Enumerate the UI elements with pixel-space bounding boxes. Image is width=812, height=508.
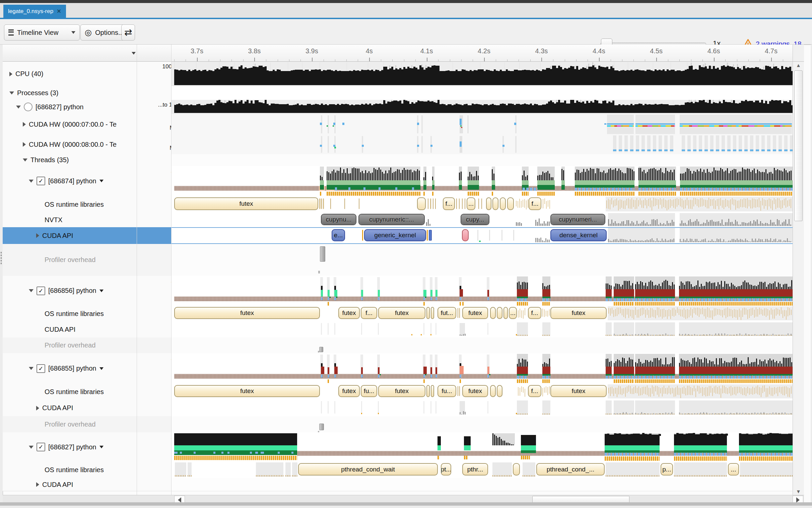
os-event-sliver[interactable]: [459, 198, 460, 209]
os-event-sliver[interactable]: [459, 386, 460, 396]
tree-row--686855-python[interactable]: ✓[686855] python...to 100%: [3, 353, 198, 384]
collapse-icon[interactable]: [29, 367, 34, 370]
vertical-scrollbar[interactable]: ▲ ▼: [793, 62, 804, 495]
tree-row--686874-python[interactable]: ✓[686874] python...to 100%: [3, 166, 198, 196]
collapse-icon[interactable]: [29, 180, 34, 183]
profiler-overhead-bar[interactable]: [319, 347, 323, 352]
os-event-sliver[interactable]: [321, 198, 322, 209]
tree-row--686827-python[interactable]: [686827] python...to 100%: [3, 100, 185, 114]
os-event-bar-futex[interactable]: futex: [550, 307, 607, 319]
timeline-track-processes-3-[interactable]: [172, 86, 793, 100]
os-event-bar-pthr[interactable]: pthr...: [462, 463, 488, 475]
os-event-bar-futex[interactable]: futex: [462, 307, 488, 319]
timeline-track-cuda-hw-0000-08-00-0-te[interactable]: [172, 135, 793, 155]
os-event-bar-f[interactable]: f...: [528, 307, 541, 319]
cuda-kernel-bar[interactable]: generic_kernel: [364, 229, 426, 241]
os-event-bar-futex[interactable]: futex: [174, 385, 320, 397]
timeline-track-profiler-overhead[interactable]: [172, 416, 793, 433]
expand-icon[interactable]: [36, 482, 39, 487]
expand-icon[interactable]: [23, 122, 26, 127]
swap-view-button[interactable]: ⇄: [121, 25, 135, 41]
os-event-bar[interactable]: [503, 307, 508, 319]
timeline-track--686827-python[interactable]: [172, 432, 793, 462]
timeline-track-cuda-api[interactable]: [172, 478, 793, 491]
tree-row-threads-35-[interactable]: Threads (35): [3, 154, 192, 166]
expand-icon[interactable]: [9, 72, 12, 76]
os-event-bar-fu[interactable]: fu...: [361, 385, 377, 397]
os-event-bar-f[interactable]: f...: [529, 197, 541, 210]
os-event-bar[interactable]: [486, 197, 491, 210]
tree-row--686856-python[interactable]: ✓[686856] python...to 100%: [3, 276, 198, 306]
timeline-track-profiler-overhead[interactable]: [172, 337, 793, 353]
timeline-track--686856-python[interactable]: [172, 276, 793, 306]
timeline-track-os-runtime-libraries[interactable]: futexfutexf...futexfut...futex...f...fut…: [172, 306, 793, 322]
os-event-bar-fut[interactable]: fut...: [438, 307, 456, 319]
expand-icon[interactable]: [36, 406, 39, 411]
timeline-track-profiler-overhead[interactable]: [172, 244, 793, 276]
timeline-track-cpu-40-[interactable]: [172, 62, 793, 86]
os-event-bar-futex[interactable]: futex: [550, 385, 607, 397]
os-event-bar-fu[interactable]: fu...: [438, 385, 456, 397]
tree-row--686827-python[interactable]: ✓[686827] python...to 100%: [3, 432, 198, 462]
collapse-icon[interactable]: [16, 105, 21, 109]
timeline-track-cuda-hw-0000-07-00-0-te[interactable]: [172, 114, 793, 135]
os-event-bar[interactable]: [490, 307, 496, 319]
os-event-bar-futex[interactable]: futex: [174, 307, 320, 319]
os-event-sliver[interactable]: [435, 198, 436, 209]
os-event-bar[interactable]: [492, 197, 498, 210]
os-event-bar-pthread_cond_[interactable]: pthread_cond_...: [536, 463, 605, 475]
os-event-bar[interactable]: [426, 385, 430, 397]
column-filter-caret-icon[interactable]: [132, 52, 136, 55]
os-event-bar[interactable]: [431, 385, 434, 397]
thread-visibility-checkbox[interactable]: ✓: [37, 287, 45, 295]
os-event-sliver[interactable]: [459, 308, 460, 318]
os-event-bar-futex[interactable]: futex: [378, 385, 425, 397]
os-event-bar[interactable]: [426, 307, 430, 319]
collapse-icon[interactable]: [23, 159, 28, 162]
os-event-bar[interactable]: [507, 197, 514, 210]
cuda-kernel-bar[interactable]: e...: [332, 229, 345, 241]
timeline-track-cuda-api[interactable]: [172, 400, 793, 417]
timeline-ruler[interactable]: 3.7s3.8s3.9s4s4.1s4.2s4.3s4.4s4.5s4.6s4.…: [172, 45, 793, 62]
os-event-sliver[interactable]: [430, 198, 431, 209]
process-radio[interactable]: [24, 102, 33, 111]
os-event-bar-futex[interactable]: futex: [378, 307, 425, 319]
os-event-bar-pthread_cond_wait[interactable]: pthread_cond_wait: [298, 463, 438, 475]
cuda-kernel-bar[interactable]: dense_kernel: [550, 229, 607, 241]
nvtx-range-bar[interactable]: cupynumeric::...: [358, 214, 425, 225]
os-event-sliver[interactable]: [323, 198, 324, 209]
os-event-sliver[interactable]: [456, 198, 457, 209]
timeline-track--686855-python[interactable]: [172, 353, 793, 384]
view-selector-dropdown[interactable]: Timeline View: [4, 25, 80, 41]
os-event-sliver[interactable]: [462, 198, 463, 209]
collapse-icon[interactable]: [29, 446, 34, 449]
thread-visibility-checkbox[interactable]: ✓: [37, 364, 45, 373]
os-event-sliver[interactable]: [428, 198, 428, 209]
thread-visibility-checkbox[interactable]: ✓: [37, 177, 45, 185]
vertical-scrollbar-thumb[interactable]: [794, 70, 803, 221]
thread-visibility-checkbox[interactable]: ✓: [37, 443, 45, 451]
collapse-icon[interactable]: [29, 289, 34, 292]
cuda-memory-event[interactable]: [462, 229, 469, 241]
tab-close-icon[interactable]: ✕: [57, 8, 61, 14]
os-event-sliver[interactable]: [319, 198, 320, 209]
timeline-track--686874-python[interactable]: [172, 166, 793, 196]
os-event-bar-pt[interactable]: pt...: [441, 463, 451, 475]
tab-report[interactable]: legate_0.nsys-rep ✕: [3, 5, 66, 18]
os-event-bar[interactable]: [490, 385, 496, 397]
os-event-sliver[interactable]: [458, 386, 458, 396]
thread-options-caret-icon[interactable]: [99, 290, 103, 292]
os-event-sliver[interactable]: [330, 198, 331, 209]
os-event-sliver[interactable]: [344, 198, 345, 209]
os-event-bar-[interactable]: ...: [509, 307, 517, 319]
thread-options-caret-icon[interactable]: [99, 367, 103, 370]
profiler-overhead-bar[interactable]: [320, 246, 325, 262]
os-event-bar-futex[interactable]: futex: [339, 385, 360, 397]
panel-splitter[interactable]: [171, 45, 172, 495]
tree-row-cuda-hw-0000-08-00-0-te[interactable]: CUDA HW (0000:08:00.0 - TeKernelMemory: [3, 135, 192, 155]
timeline-track--686827-python[interactable]: [172, 100, 793, 114]
os-event-sliver[interactable]: [433, 198, 434, 209]
panel-drag-handle[interactable]: [0, 251, 2, 265]
scroll-down-icon[interactable]: ▼: [796, 489, 801, 494]
expand-icon[interactable]: [23, 142, 26, 147]
